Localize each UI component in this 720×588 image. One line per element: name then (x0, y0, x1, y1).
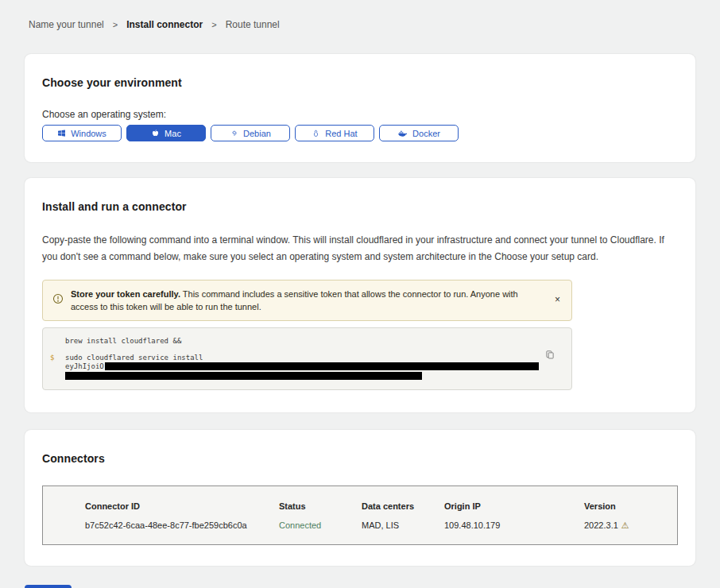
close-icon[interactable]: × (553, 294, 562, 305)
windows-icon (57, 129, 66, 137)
breadcrumb-route-tunnel[interactable]: Route tunnel (226, 19, 280, 30)
os-button-red-hat[interactable]: Red Hat (295, 125, 374, 141)
table-header-row: Connector ID Status Data centers Origin … (85, 501, 669, 511)
connectors-card-title: Connectors (42, 452, 678, 465)
install-command-code-block: brew install cloudflared && $ sudo cloud… (42, 327, 572, 390)
breadcrumb-name-your-tunnel[interactable]: Name your tunnel (29, 19, 104, 30)
cell-origin-ip: 109.48.10.179 (444, 520, 584, 530)
next-button[interactable]: Next (25, 585, 72, 588)
os-button-windows[interactable]: Windows (42, 125, 122, 141)
redaction-bar (65, 372, 422, 380)
os-button-label: Windows (71, 129, 106, 138)
shell-prompt: $ (50, 354, 54, 362)
breadcrumb-install-connector[interactable]: Install connector (126, 19, 203, 30)
code-line-token: eyJhIjoiO (65, 362, 540, 371)
install-connector-card: Install and run a connector Copy-paste t… (25, 178, 695, 412)
os-button-group: Windows Mac Debian Red Hat Docker (42, 125, 678, 141)
token-warning-banner: Store your token carefully. This command… (42, 280, 572, 321)
header-data-centers: Data centers (362, 501, 444, 511)
table-row: b7c52c42-6caa-48ee-8c77-fbe259cb6c0a Con… (85, 520, 669, 530)
status-badge: Connected (279, 520, 362, 530)
alert-circle-icon (52, 293, 64, 308)
red-hat-icon (312, 129, 320, 138)
connectors-card: Connectors Connector ID Status Data cent… (25, 430, 695, 566)
code-line-install: sudo cloudflared service install (65, 354, 540, 362)
cell-version: 2022.3.1 ⚠ (584, 520, 669, 530)
os-button-label: Mac (165, 129, 181, 138)
header-status: Status (279, 501, 362, 511)
header-version: Version (584, 501, 669, 511)
debian-icon (230, 129, 238, 137)
os-button-label: Red Hat (325, 129, 357, 138)
install-card-title: Install and run a connector (42, 200, 678, 213)
breadcrumb-separator: > (211, 20, 216, 29)
warning-message: Store your token carefully. This command… (71, 288, 546, 313)
install-description: Copy-paste the following command into a … (42, 232, 678, 265)
os-select-label: Choose an operating system: (42, 109, 678, 120)
warning-title: Store your token carefully. (71, 289, 180, 299)
os-button-docker[interactable]: Docker (379, 125, 459, 141)
apple-icon (151, 129, 160, 138)
copy-icon[interactable] (545, 350, 555, 362)
os-button-mac[interactable]: Mac (126, 125, 206, 141)
docker-icon (397, 129, 408, 137)
cell-data-centers: MAD, LIS (362, 520, 444, 530)
breadcrumb-separator: > (113, 20, 118, 29)
os-button-label: Debian (243, 129, 271, 138)
version-value: 2022.3.1 (584, 520, 618, 530)
header-connector-id: Connector ID (85, 501, 279, 511)
header-origin-ip: Origin IP (444, 501, 584, 511)
cell-connector-id: b7c52c42-6caa-48ee-8c77-fbe259cb6c0a (85, 520, 279, 530)
token-prefix: eyJhIjoiO (65, 362, 104, 370)
os-button-label: Docker (412, 129, 440, 138)
os-button-debian[interactable]: Debian (211, 125, 290, 141)
environment-card-title: Choose your environment (42, 76, 678, 89)
warning-triangle-icon: ⚠ (621, 521, 629, 530)
connectors-table: Connector ID Status Data centers Origin … (42, 485, 678, 545)
breadcrumb: Name your tunnel > Install connector > R… (0, 0, 720, 30)
redaction-bar (105, 362, 539, 370)
environment-card: Choose your environment Choose an operat… (25, 54, 695, 162)
code-line-brew: brew install cloudflared && (65, 337, 540, 346)
